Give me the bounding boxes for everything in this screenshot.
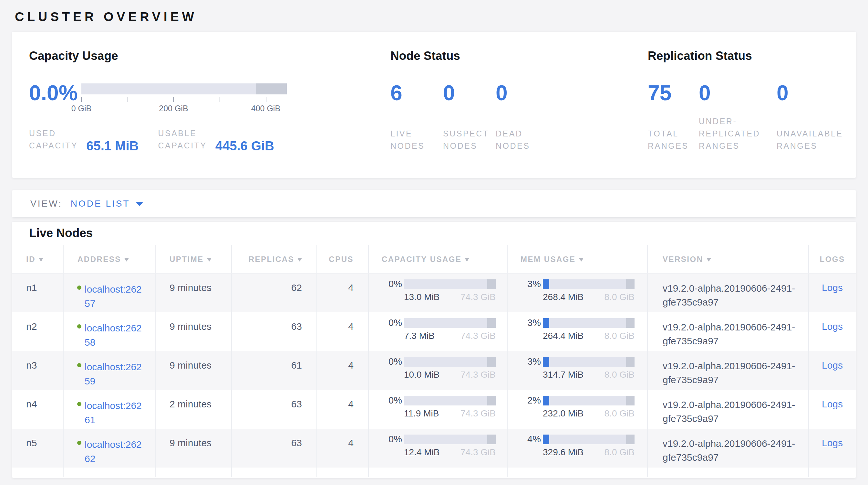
node-id-cell: n3 (12, 351, 64, 390)
memory-usage-bar (543, 396, 634, 405)
logs-link[interactable]: Logs (822, 321, 843, 351)
capacity-total-value: 74.3 GiB (461, 447, 496, 458)
live-nodes-title: Live Nodes (12, 222, 856, 240)
capacity-bar-line: 0% (382, 395, 507, 406)
summary-stat: 0UNAVAILABLERANGES (777, 83, 851, 152)
summary-stat-label-line: UNDER- (699, 115, 777, 127)
column-header-replicas[interactable]: REPLICAS (232, 245, 317, 273)
capacity-bar-tail (487, 396, 496, 405)
table-cell-partial (317, 467, 369, 477)
summary-stat-value: 0 (777, 83, 851, 103)
capacity-used-value: 10.0 MiB (404, 370, 440, 380)
capacity-stat-label-line: USED (29, 127, 78, 139)
view-selected-value: NODE LIST (71, 199, 130, 209)
chevron-down-icon (136, 202, 143, 206)
memory-bar-fill (543, 434, 549, 444)
node-address-cell: localhost:26257 (64, 274, 156, 312)
logs-link[interactable]: Logs (822, 399, 843, 429)
node-address-link[interactable]: localhost:26258 (85, 321, 147, 349)
summary-stat-label-line: RANGES (777, 140, 851, 152)
node-address-link[interactable]: localhost:26262 (85, 437, 147, 465)
summary-stat-label-line: REPLICATED (699, 127, 777, 140)
axis-tick (266, 97, 267, 102)
table-cell-partial (64, 467, 156, 477)
summary-stat-label: UNDER-REPLICATEDRANGES (699, 115, 777, 152)
node-id-cell: n4 (12, 390, 64, 429)
capacity-usage-title: Capacity Usage (29, 49, 359, 63)
column-header-mem-usage[interactable]: MEM USAGE (507, 245, 648, 273)
cpus-value: 4 (348, 360, 353, 371)
column-header-label: CPUS (329, 255, 353, 264)
capacity-usage-bar (404, 434, 496, 444)
capacity-usage-bar (404, 279, 496, 289)
capacity-bar-line: 0% (382, 279, 507, 289)
memory-bar-fill (543, 279, 549, 289)
summary-stat-label: SUSPECTNODES (443, 127, 496, 152)
summary-stat-label-line: NODES (443, 140, 496, 152)
column-header-label: ADDRESS (78, 255, 121, 264)
sort-caret-icon (207, 258, 212, 262)
memory-bar-fill (543, 396, 549, 405)
node-address-link[interactable]: localhost:26257 (85, 282, 147, 310)
sort-caret-icon (124, 258, 129, 262)
capacity-total-value: 74.3 GiB (461, 370, 496, 380)
replicas-cell: 63 (232, 390, 317, 429)
capacity-bar-block: 0 GiB200 GiB400 GiB (82, 83, 287, 115)
cpus-value: 4 (348, 321, 353, 332)
memory-bar-line: 2% (521, 395, 647, 406)
memory-used-value: 314.7 MiB (543, 370, 584, 380)
capacity-usage-bar (404, 357, 496, 367)
axis-tick (174, 97, 174, 102)
node-address-link[interactable]: localhost:26259 (85, 360, 147, 388)
view-dropdown[interactable]: NODE LIST (71, 199, 143, 209)
memory-usage-percent: 3% (521, 317, 541, 328)
node-status-stats: 6LIVENODES0SUSPECTNODES0DEADNODES (391, 83, 603, 152)
logs-link[interactable]: Logs (822, 282, 843, 312)
summary-stat-label-line: LIVE (391, 127, 443, 140)
table-header-row: IDADDRESSUPTIMEREPLICASCPUSCAPACITY USAG… (12, 245, 856, 274)
node-id: n1 (26, 282, 37, 293)
memory-usage-bar (543, 279, 634, 289)
summary-stat-label: DEADNODES (496, 127, 554, 152)
memory-usage-percent: 3% (521, 356, 541, 367)
live-status-dot (77, 402, 82, 406)
sort-caret-icon (579, 258, 584, 262)
logs-cell: Logs (809, 390, 856, 429)
node-address-link[interactable]: localhost:26261 (85, 399, 147, 427)
version-cell: v19.2.0-alpha.20190606-2491-gfe735c9a97 (648, 390, 809, 429)
summary-stat-value: 0 (443, 83, 496, 103)
version-value: v19.2.0-alpha.20190606-2491-gfe735c9a97 (662, 438, 795, 463)
table-row: n5localhost:262629 minutes6340%12.4 MiB7… (12, 429, 856, 467)
logs-link[interactable]: Logs (822, 360, 843, 390)
column-header-uptime[interactable]: UPTIME (156, 245, 232, 273)
page-title: CLUSTER OVERVIEW (0, 0, 868, 24)
column-header-capacity-usage[interactable]: CAPACITY USAGE (369, 245, 507, 273)
table-cell-partial (12, 467, 64, 477)
sort-caret-icon (465, 258, 469, 262)
summary-stat: 0DEADNODES (496, 83, 554, 152)
column-header-version[interactable]: VERSION (648, 245, 809, 273)
capacity-bar-line: 0% (382, 317, 507, 328)
column-header-id[interactable]: ID (12, 245, 64, 273)
uptime-value: 9 minutes (169, 360, 212, 371)
capacity-usage-values: 12.4 MiB74.3 GiB (404, 447, 496, 458)
replicas-cell: 61 (232, 351, 317, 390)
capacity-usage-percent: 0% (382, 434, 402, 445)
cpus-value: 4 (348, 399, 353, 409)
table-row-partial (12, 467, 856, 477)
memory-used-value: 264.4 MiB (543, 331, 584, 341)
memory-bar-tail (626, 318, 634, 328)
axis-tick-label: 200 GiB (159, 104, 188, 113)
capacity-usage-section: Capacity Usage 0.0% 0 GiB200 GiB400 GiB … (29, 49, 359, 178)
capacity-usage-percent: 0% (382, 279, 402, 289)
column-header-address[interactable]: ADDRESS (64, 245, 156, 273)
capacity-bar (82, 83, 287, 94)
memory-bar-tail (626, 279, 634, 289)
replication-status-stats: 75TOTALRANGES0UNDER-REPLICATEDRANGES0UNA… (648, 83, 851, 152)
column-header-cpus: CPUS (317, 245, 369, 273)
summary-stat-label-line: NODES (391, 140, 443, 152)
cluster-summary-card: Capacity Usage 0.0% 0 GiB200 GiB400 GiB … (12, 32, 856, 178)
uptime-cell: 9 minutes (156, 274, 232, 312)
table-row: n1localhost:262579 minutes6240%13.0 MiB7… (12, 274, 856, 312)
logs-link[interactable]: Logs (822, 437, 843, 467)
